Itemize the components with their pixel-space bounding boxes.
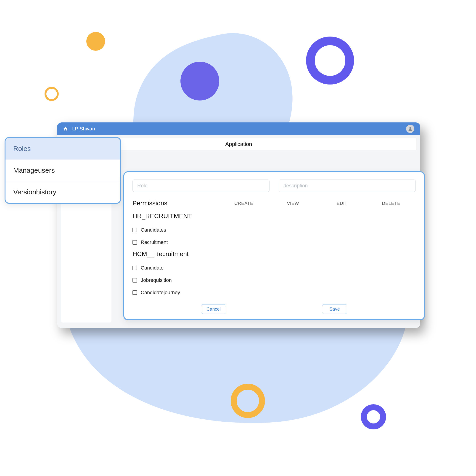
sidebar-item-roles[interactable]: Roles [5,138,120,160]
sidebar-item-manageusers[interactable]: Manageusers [5,160,120,181]
permission-row: Candidate [133,262,416,274]
col-delete: DELETE [367,201,416,206]
cancel-button[interactable]: Cancel [201,304,226,314]
sidebar-item-versionhistory[interactable]: Versionhistory [5,181,120,203]
permission-row: Candidates [133,224,416,236]
permissions-header: Permissions CREATE VIEW EDIT DELETE [133,200,416,207]
checkbox[interactable] [133,290,137,295]
role-input[interactable] [133,180,270,192]
checkbox[interactable] [133,240,137,245]
decor-ring-purple-large [306,36,354,85]
decor-ring-purple-bottom [361,404,386,429]
permission-label: Candidate [141,265,164,271]
decor-ring-orange-small [45,87,59,101]
permission-label: Recruitment [141,239,168,245]
checkbox[interactable] [133,228,137,232]
svg-point-0 [409,127,411,129]
permissions-card: Permissions CREATE VIEW EDIT DELETE HR_R… [123,171,425,320]
permission-row: Jobrequisition [133,274,416,287]
home-icon[interactable] [63,126,68,131]
permissions-title: Permissions [133,200,219,207]
col-edit: EDIT [318,201,367,206]
sidebar-item-label: Manageusers [13,167,55,174]
col-create: CREATE [219,201,268,206]
permission-label: Candidatejourney [141,290,180,296]
decor-dot-orange [86,32,105,51]
sidebar-card: Roles Manageusers Versionhistory [5,137,121,204]
decor-dot-purple [180,62,219,101]
titlebar: LP Shivan [57,122,420,135]
permission-label: Candidates [141,227,166,233]
checkbox[interactable] [133,266,137,270]
permission-label: Jobrequisition [141,277,172,283]
sidebar-item-label: Versionhistory [13,188,56,196]
save-button[interactable]: Save [322,304,347,314]
group-title: HR_RECRUITMENT [133,212,416,220]
decor-ring-orange-bottom [231,384,265,418]
description-input[interactable] [279,180,416,192]
avatar[interactable] [406,125,414,133]
header-user-name: LP Shivan [72,126,95,132]
group-title: HCM__Recruitment [133,250,416,258]
permission-row: Candidatejourney [133,287,416,299]
sidebar-item-label: Roles [13,145,31,152]
checkbox[interactable] [133,278,137,283]
col-view: VIEW [268,201,318,206]
permission-row: Recruitment [133,236,416,249]
